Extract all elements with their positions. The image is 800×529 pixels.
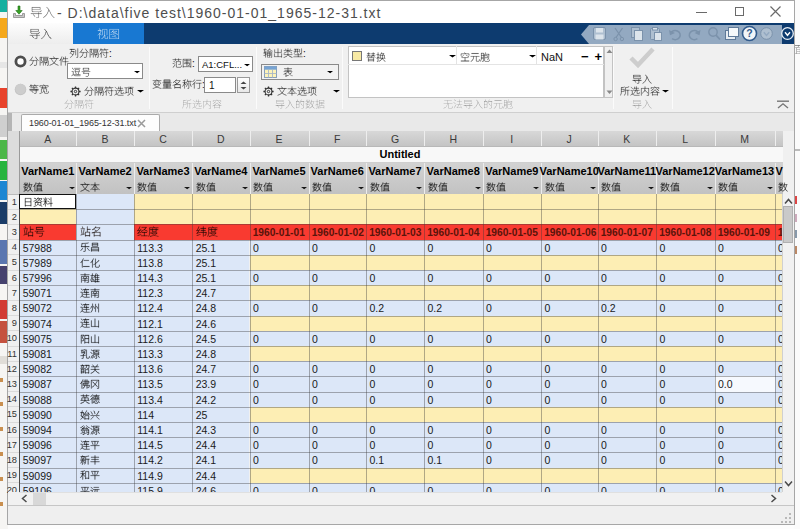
svg-text:?: ? — [746, 27, 752, 39]
